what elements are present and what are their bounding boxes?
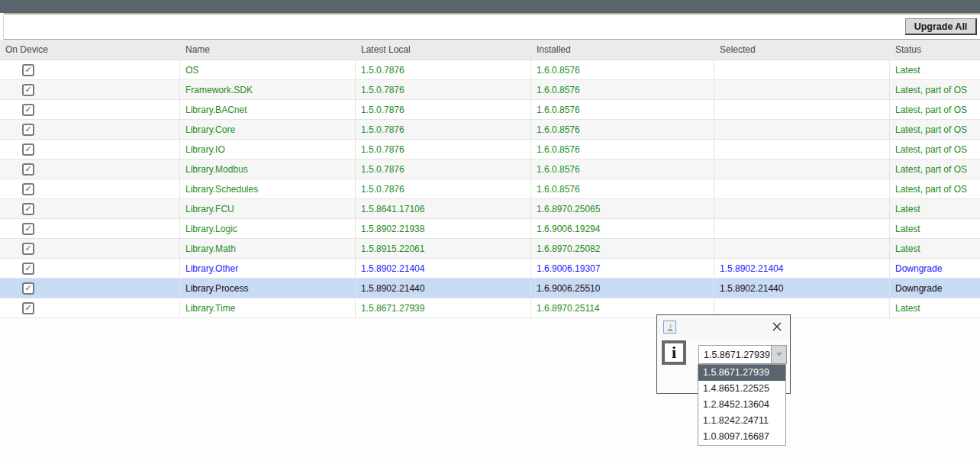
cell-name: OS	[180, 60, 356, 79]
version-option-1-5-8671-27939[interactable]: 1.5.8671.27939	[698, 365, 785, 381]
column-header-selected[interactable]: Selected	[714, 40, 890, 60]
cell-latest-local: 1.5.0.7876	[356, 160, 531, 179]
cell-latest-local: 1.5.0.7876	[356, 60, 531, 79]
on-device-checkbox[interactable]	[22, 243, 34, 255]
cell-name: Library.BACnet	[180, 100, 356, 119]
on-device-checkbox[interactable]	[22, 223, 34, 235]
cell-status: Latest	[890, 60, 980, 79]
version-combobox[interactable]: 1.5.8671.27939	[698, 345, 787, 364]
cell-status: Latest, part of OS	[890, 140, 980, 159]
chevron-down-icon[interactable]	[771, 346, 786, 363]
cell-name: Library.Process	[180, 279, 356, 298]
version-option-1-1-8242-24711[interactable]: 1.1.8242.24711	[698, 413, 785, 429]
cell-latest-local: 1.5.8902.21938	[356, 219, 531, 238]
table-row-library-math[interactable]: Library.Math1.5.8915.220611.6.8970.25082…	[0, 239, 980, 259]
cell-on-device	[0, 80, 180, 99]
cell-on-device	[0, 298, 180, 317]
cell-installed: 1.6.9006.25510	[531, 279, 714, 298]
cell-status: Downgrade	[890, 259, 980, 278]
cell-installed: 1.6.9006.19294	[531, 219, 714, 238]
version-option-1-0-8097-16687[interactable]: 1.0.8097.16687	[698, 429, 785, 445]
cell-on-device	[0, 239, 180, 258]
cell-on-device	[0, 100, 180, 119]
cell-installed: 1.6.0.8576	[531, 100, 714, 119]
cell-name: Library.Time	[180, 298, 356, 317]
cell-on-device	[0, 160, 180, 179]
cell-status: Downgrade	[890, 279, 980, 298]
cell-name: Library.Other	[180, 259, 356, 278]
version-option-1-4-8651-22525[interactable]: 1.4.8651.22525	[698, 381, 785, 397]
cell-installed: 1.6.9006.19307	[531, 259, 714, 278]
table-row-library-bacnet[interactable]: Library.BACnet1.5.0.78761.6.0.8576Latest…	[0, 100, 980, 120]
table-row-library-core[interactable]: Library.Core1.5.0.78761.6.0.8576Latest, …	[0, 120, 980, 140]
version-combobox-value: 1.5.8671.27939	[699, 350, 771, 360]
table-body: OS1.5.0.78761.6.0.8576LatestFramework.SD…	[0, 60, 980, 318]
cell-selected: 1.5.8902.21404	[714, 259, 890, 278]
on-device-checkbox[interactable]	[22, 203, 34, 215]
table-row-library-io[interactable]: Library.IO1.5.0.78761.6.0.8576Latest, pa…	[0, 140, 980, 160]
table-row-library-fcu[interactable]: Library.FCU1.5.8641.171061.6.8970.25065L…	[0, 199, 980, 219]
on-device-checkbox[interactable]	[22, 163, 34, 176]
app-window: Upgrade All On DeviceNameLatest LocalIns…	[0, 0, 980, 464]
cell-selected: 1.5.8902.21440	[714, 279, 890, 298]
cell-name: Framework.SDK	[180, 80, 356, 99]
table-row-library-modbus[interactable]: Library.Modbus1.5.0.78761.6.0.8576Latest…	[0, 160, 980, 179]
on-device-checkbox[interactable]	[22, 183, 34, 195]
cell-status: Latest, part of OS	[890, 80, 980, 99]
on-device-checkbox[interactable]	[22, 104, 34, 116]
table-row-library-schedules[interactable]: Library.Schedules1.5.0.78761.6.0.8576Lat…	[0, 179, 980, 199]
cell-installed: 1.6.8970.25082	[531, 239, 714, 258]
cell-status: Latest	[890, 298, 980, 317]
cell-selected	[714, 199, 890, 218]
on-device-checkbox[interactable]	[22, 64, 34, 76]
cell-on-device	[0, 219, 180, 238]
cell-status: Latest	[890, 219, 980, 238]
on-device-checkbox[interactable]	[22, 282, 34, 295]
version-option-1-2-8452-13604[interactable]: 1.2.8452.13604	[698, 397, 785, 413]
table-row-library-time[interactable]: Library.Time1.5.8671.279391.6.8970.25114…	[0, 298, 980, 318]
on-device-checkbox[interactable]	[22, 124, 34, 136]
upgrade-all-button[interactable]: Upgrade All	[905, 18, 977, 35]
table-row-library-process[interactable]: Library.Process1.5.8902.214401.6.9006.25…	[0, 279, 980, 298]
on-device-checkbox[interactable]	[22, 302, 34, 314]
cell-status: Latest	[890, 239, 980, 258]
cell-name: Library.IO	[180, 140, 356, 159]
cell-selected	[714, 179, 890, 198]
column-header-name[interactable]: Name	[180, 40, 356, 60]
cell-installed: 1.6.0.8576	[531, 140, 714, 159]
cell-status: Latest	[890, 199, 980, 218]
on-device-checkbox[interactable]	[22, 84, 34, 96]
cell-latest-local: 1.5.8902.21404	[356, 259, 531, 278]
column-header-installed[interactable]: Installed	[531, 40, 714, 60]
cell-name: Library.FCU	[180, 199, 356, 218]
on-device-checkbox[interactable]	[22, 143, 34, 156]
cell-installed: 1.6.0.8576	[531, 160, 714, 179]
column-header-on-device[interactable]: On Device	[0, 40, 180, 60]
cell-latest-local: 1.5.8902.21440	[356, 279, 531, 298]
cell-selected	[714, 140, 890, 159]
cell-selected	[714, 239, 890, 258]
cell-latest-local: 1.5.8641.17106	[356, 199, 531, 218]
java-coffee-icon	[663, 321, 676, 334]
cell-latest-local: 1.5.8915.22061	[356, 239, 531, 258]
cell-latest-local: 1.5.8671.27939	[356, 298, 531, 317]
cell-name: Library.Schedules	[180, 179, 356, 198]
table-row-os[interactable]: OS1.5.0.78761.6.0.8576Latest	[0, 60, 980, 80]
cell-on-device	[0, 120, 180, 139]
column-header-status[interactable]: Status	[890, 40, 980, 60]
on-device-checkbox[interactable]	[22, 263, 34, 275]
dialog-title-bar	[657, 315, 790, 338]
column-header-latest-local[interactable]: Latest Local	[356, 40, 531, 60]
table-row-library-logic[interactable]: Library.Logic1.5.8902.219381.6.9006.1929…	[0, 219, 980, 239]
close-icon[interactable]	[772, 321, 782, 332]
table-row-library-other[interactable]: Library.Other1.5.8902.214041.6.9006.1930…	[0, 259, 980, 279]
cell-name: Library.Math	[180, 239, 356, 258]
cell-on-device	[0, 279, 180, 298]
cell-on-device	[0, 140, 180, 159]
table-row-framework-sdk[interactable]: Framework.SDK1.5.0.78761.6.0.8576Latest,…	[0, 80, 980, 100]
info-icon: i	[662, 340, 686, 365]
cell-status: Latest, part of OS	[890, 160, 980, 179]
cell-on-device	[0, 60, 180, 79]
cell-status: Latest, part of OS	[890, 120, 980, 139]
cell-installed: 1.6.8970.25065	[531, 199, 714, 218]
